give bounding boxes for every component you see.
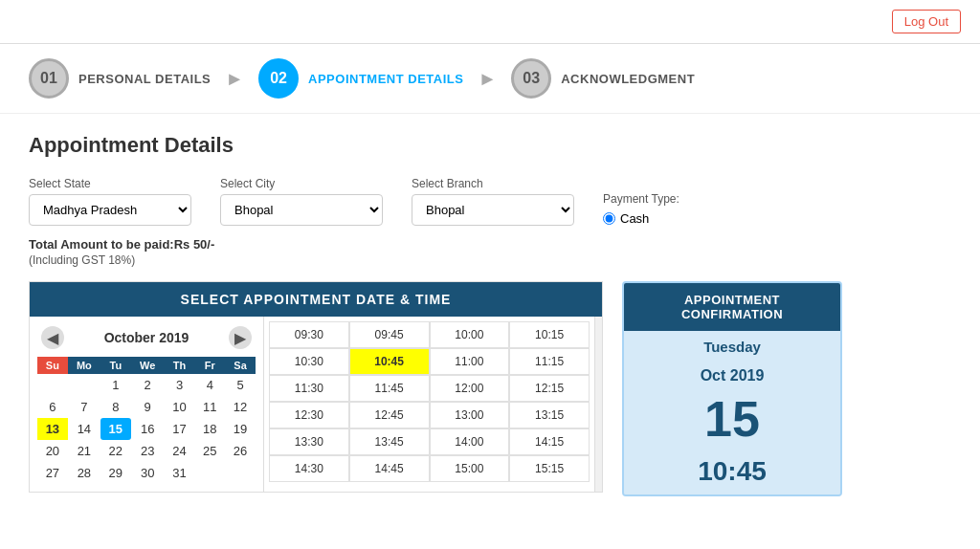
step-2[interactable]: 02 APPOINTMENT DETAILS bbox=[258, 58, 463, 99]
calendar-day[interactable]: 1 bbox=[100, 374, 131, 396]
calendar-day[interactable]: 21 bbox=[68, 440, 100, 462]
timeslot-item[interactable]: 09:30 bbox=[269, 321, 349, 348]
step-3-circle: 03 bbox=[511, 58, 551, 99]
calendar-timeslot-box: SELECT APPOINTMENT DATE & TIME ◀ October… bbox=[29, 281, 603, 493]
timeslot-item[interactable]: 12:45 bbox=[349, 402, 430, 428]
timeslot-item[interactable]: 14:00 bbox=[430, 428, 510, 455]
timeslot-part: 09:3009:4510:0010:1510:3010:4511:0011:15… bbox=[264, 317, 594, 492]
timeslot-item[interactable]: 10:00 bbox=[430, 321, 510, 348]
timeslot-item[interactable]: 13:15 bbox=[509, 402, 590, 428]
calendar-day[interactable]: 28 bbox=[68, 462, 100, 484]
day-sa: Sa bbox=[225, 357, 256, 374]
calendar-day[interactable]: 16 bbox=[131, 418, 165, 440]
payment-label: Payment Type: bbox=[603, 192, 679, 206]
scrollbar[interactable] bbox=[594, 317, 602, 492]
timeslot-item[interactable]: 09:45 bbox=[349, 321, 430, 348]
city-group: Select City Bhopal Indore bbox=[220, 177, 383, 226]
calendar-day[interactable]: 31 bbox=[165, 462, 195, 484]
payment-group: Payment Type: Cash bbox=[603, 192, 679, 226]
timeslot-item[interactable]: 14:30 bbox=[269, 455, 349, 482]
timeslot-item[interactable]: 10:30 bbox=[269, 348, 349, 375]
timeslot-item[interactable]: 13:00 bbox=[430, 402, 510, 428]
timeslot-item[interactable]: 10:15 bbox=[509, 321, 590, 348]
calendar-day[interactable]: 5 bbox=[225, 374, 256, 396]
form-row: Select State Madhya Pradesh Maharashtra … bbox=[29, 177, 951, 226]
calendar-day[interactable]: 27 bbox=[37, 462, 68, 484]
timeslot-item[interactable]: 15:00 bbox=[430, 455, 510, 482]
step-3-label: ACKNOWLEDGMENT bbox=[561, 72, 695, 86]
confirmation-date: 15 bbox=[624, 389, 840, 449]
calendar-day[interactable]: 23 bbox=[131, 440, 165, 462]
calendar-day[interactable]: 6 bbox=[37, 396, 68, 418]
day-fr: Fr bbox=[194, 357, 225, 374]
step-arrow-2: ► bbox=[478, 68, 497, 90]
calendar-day[interactable]: 20 bbox=[37, 440, 68, 462]
prev-month-button[interactable]: ◀ bbox=[41, 326, 64, 349]
timeslot-item[interactable]: 11:15 bbox=[509, 348, 590, 375]
gst-note: (Including GST 18%) bbox=[29, 253, 951, 267]
appointment-section: SELECT APPOINTMENT DATE & TIME ◀ October… bbox=[29, 281, 951, 496]
calendar-day[interactable]: 17 bbox=[165, 418, 195, 440]
calendar-day[interactable]: 2 bbox=[131, 374, 165, 396]
calendar-day[interactable]: 8 bbox=[100, 396, 131, 418]
step-3[interactable]: 03 ACKNOWLEDGMENT bbox=[511, 58, 695, 99]
step-1[interactable]: 01 PERSONAL DETAILS bbox=[29, 58, 211, 99]
calendar-day[interactable]: 15 bbox=[100, 418, 131, 440]
branch-select[interactable]: Bhopal Indore bbox=[412, 194, 574, 226]
timeslot-item[interactable]: 10:45 bbox=[349, 348, 430, 375]
calendar-day bbox=[68, 374, 100, 396]
branch-group: Select Branch Bhopal Indore bbox=[412, 177, 574, 226]
day-tu: Tu bbox=[100, 357, 131, 374]
calendar-day[interactable]: 11 bbox=[194, 396, 225, 418]
calendar-day[interactable]: 7 bbox=[68, 396, 100, 418]
day-we: We bbox=[131, 357, 165, 374]
calendar-day[interactable]: 19 bbox=[225, 418, 256, 440]
day-su: Su bbox=[37, 357, 68, 374]
city-select[interactable]: Bhopal Indore bbox=[220, 194, 383, 226]
timeslot-item[interactable]: 11:30 bbox=[269, 375, 349, 402]
state-group: Select State Madhya Pradesh Maharashtra … bbox=[29, 177, 191, 226]
cash-radio[interactable] bbox=[603, 212, 615, 225]
cash-label: Cash bbox=[620, 211, 649, 226]
main-content: Appointment Details Select State Madhya … bbox=[0, 114, 980, 549]
timeslot-item[interactable]: 13:30 bbox=[269, 428, 349, 455]
logout-button[interactable]: Log Out bbox=[892, 10, 961, 33]
calendar-day[interactable]: 10 bbox=[165, 396, 195, 418]
calendar-day[interactable]: 12 bbox=[225, 396, 256, 418]
timeslot-item[interactable]: 14:15 bbox=[509, 428, 590, 455]
next-month-button[interactable]: ▶ bbox=[229, 326, 252, 349]
top-bar: Log Out bbox=[0, 0, 980, 44]
timeslot-item[interactable]: 12:15 bbox=[509, 375, 590, 402]
page-title: Appointment Details bbox=[29, 133, 951, 158]
total-amount-label: Total Amount to be paid: bbox=[29, 237, 174, 252]
calendar-day[interactable]: 4 bbox=[194, 374, 225, 396]
timeslot-item[interactable]: 12:30 bbox=[269, 402, 349, 428]
confirmation-box: APPOINTMENT CONFIRMATION Tuesday Oct 201… bbox=[622, 281, 842, 496]
cal-body: ◀ October 2019 ▶ Su Mo Tu We Th bbox=[30, 317, 602, 492]
calendar-day[interactable]: 13 bbox=[37, 418, 68, 440]
total-amount-value: Rs 50/- bbox=[174, 237, 215, 252]
stepper: 01 PERSONAL DETAILS ► 02 APPOINTMENT DET… bbox=[0, 44, 980, 114]
timeslot-item[interactable]: 14:45 bbox=[349, 455, 430, 482]
step-arrow-1: ► bbox=[225, 68, 244, 90]
total-amount: Total Amount to be paid:Rs 50/- bbox=[29, 237, 951, 252]
calendar-day[interactable]: 14 bbox=[68, 418, 100, 440]
calendar-day[interactable]: 26 bbox=[225, 440, 256, 462]
timeslot-item[interactable]: 12:00 bbox=[430, 375, 510, 402]
calendar-day[interactable]: 29 bbox=[100, 462, 131, 484]
calendar-day[interactable]: 9 bbox=[131, 396, 165, 418]
calendar-day[interactable]: 24 bbox=[165, 440, 195, 462]
branch-label: Select Branch bbox=[412, 177, 574, 190]
calendar-day bbox=[37, 374, 68, 396]
timeslot-item[interactable]: 15:15 bbox=[509, 455, 590, 482]
calendar-day[interactable]: 25 bbox=[194, 440, 225, 462]
timeslot-item[interactable]: 13:45 bbox=[349, 428, 430, 455]
calendar-grid: Su Mo Tu We Th Fr Sa 1234567891011121314… bbox=[37, 357, 256, 484]
calendar-day[interactable]: 22 bbox=[100, 440, 131, 462]
timeslot-item[interactable]: 11:45 bbox=[349, 375, 430, 402]
calendar-day[interactable]: 3 bbox=[165, 374, 195, 396]
calendar-day[interactable]: 18 bbox=[194, 418, 225, 440]
state-select[interactable]: Madhya Pradesh Maharashtra Delhi bbox=[29, 194, 191, 226]
timeslot-item[interactable]: 11:00 bbox=[430, 348, 510, 375]
calendar-day[interactable]: 30 bbox=[131, 462, 165, 484]
